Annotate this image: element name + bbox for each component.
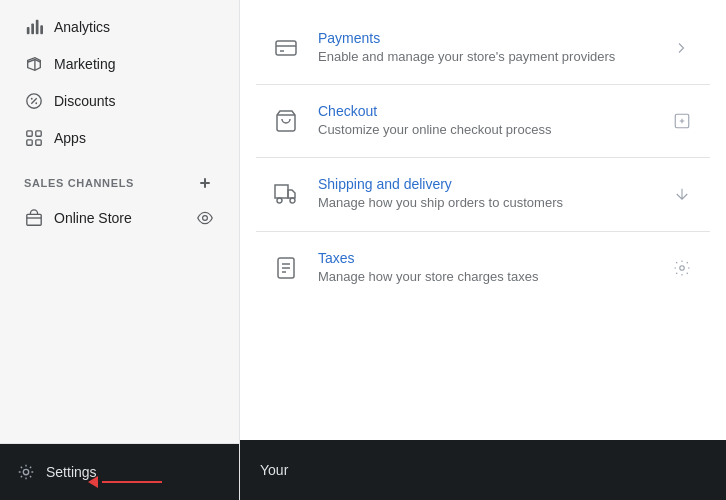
apps-label: Apps <box>54 130 86 146</box>
sales-channels-section: SALES CHANNELS <box>0 157 239 199</box>
sidebar-item-apps[interactable]: Apps <box>8 120 231 156</box>
svg-rect-3 <box>40 25 43 34</box>
sidebar-item-online-store[interactable]: Online Store <box>8 200 231 236</box>
payments-desc: Enable and manage your store's payment p… <box>318 48 652 66</box>
marketing-label: Marketing <box>54 56 115 72</box>
discounts-label: Discounts <box>54 93 115 109</box>
checkout-content: Checkout Customize your online checkout … <box>318 103 652 139</box>
checkout-desc: Customize your online checkout process <box>318 121 652 139</box>
svg-rect-10 <box>27 140 32 145</box>
sidebar-footer: Settings <box>0 443 239 500</box>
svg-point-27 <box>680 265 685 270</box>
online-store-icon <box>24 208 44 228</box>
settings-row-taxes[interactable]: Taxes Manage how your store charges taxe… <box>256 232 710 304</box>
settings-row-shipping[interactable]: Shipping and delivery Manage how you shi… <box>256 158 710 231</box>
taxes-action-icon <box>666 252 698 284</box>
arrow-head <box>88 476 98 488</box>
sidebar-item-analytics[interactable]: Analytics <box>8 9 231 45</box>
settings-list: Payments Enable and manage your store's … <box>240 0 726 440</box>
svg-rect-12 <box>27 214 41 225</box>
settings-row-checkout[interactable]: Checkout Customize your online checkout … <box>256 85 710 158</box>
shipping-icon <box>268 176 304 212</box>
shipping-desc: Manage how you ship orders to customers <box>318 194 652 212</box>
shipping-action-icon <box>666 178 698 210</box>
analytics-icon <box>24 17 44 37</box>
svg-rect-16 <box>276 41 296 55</box>
svg-rect-9 <box>36 131 41 136</box>
sidebar-item-discounts[interactable]: Discounts <box>8 83 231 119</box>
svg-rect-0 <box>27 27 30 34</box>
bottom-bar-text: Your <box>260 462 288 478</box>
sidebar: Analytics Marketing <box>0 0 240 500</box>
svg-rect-8 <box>27 131 32 136</box>
svg-point-15 <box>23 469 28 474</box>
payments-content: Payments Enable and manage your store's … <box>318 30 652 66</box>
add-sales-channel-button[interactable] <box>195 173 215 193</box>
sidebar-item-marketing[interactable]: Marketing <box>8 46 231 82</box>
online-store-label: Online Store <box>54 210 185 226</box>
online-store-eye-icon[interactable] <box>195 208 215 228</box>
bottom-bar: Your <box>240 440 726 500</box>
svg-point-6 <box>31 98 33 100</box>
svg-point-14 <box>203 216 208 221</box>
arrow-line <box>102 481 162 483</box>
apps-icon <box>24 128 44 148</box>
taxes-icon <box>268 250 304 286</box>
shipping-title[interactable]: Shipping and delivery <box>318 176 652 192</box>
arrow-indicator <box>90 476 162 488</box>
sidebar-nav: Analytics Marketing <box>0 0 239 443</box>
marketing-icon <box>24 54 44 74</box>
svg-rect-2 <box>36 20 39 34</box>
svg-rect-1 <box>31 23 34 34</box>
taxes-title[interactable]: Taxes <box>318 250 652 266</box>
svg-rect-11 <box>36 140 41 145</box>
checkout-action-icon <box>666 105 698 137</box>
svg-point-21 <box>277 198 282 203</box>
svg-point-22 <box>290 198 295 203</box>
taxes-content: Taxes Manage how your store charges taxe… <box>318 250 652 286</box>
payments-icon <box>268 30 304 66</box>
payments-title[interactable]: Payments <box>318 30 652 46</box>
checkout-title[interactable]: Checkout <box>318 103 652 119</box>
checkout-icon <box>268 103 304 139</box>
settings-gear-icon <box>16 462 36 482</box>
shipping-content: Shipping and delivery Manage how you shi… <box>318 176 652 212</box>
discounts-icon <box>24 91 44 111</box>
payments-action-icon <box>666 32 698 64</box>
main-content: Payments Enable and manage your store's … <box>240 0 726 500</box>
settings-row-payments[interactable]: Payments Enable and manage your store's … <box>256 12 710 85</box>
taxes-desc: Manage how your store charges taxes <box>318 268 652 286</box>
svg-point-7 <box>35 102 37 104</box>
sales-channels-label: SALES CHANNELS <box>24 177 134 189</box>
analytics-label: Analytics <box>54 19 110 35</box>
